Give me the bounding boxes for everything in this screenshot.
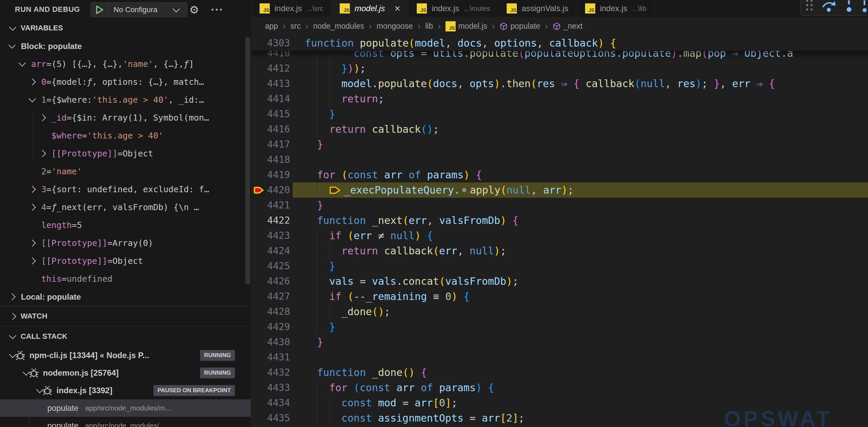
inline-breakpoint-dot[interactable] [462,188,466,192]
code-line-4432[interactable]: 4432function _done() { [251,365,868,380]
glyph-margin[interactable] [251,350,267,365]
code-line-4303[interactable]: 4303function populate(model, docs, optio… [251,35,616,51]
close-icon[interactable]: × [394,3,401,14]
glyph-margin[interactable] [251,274,267,289]
callstack-section-header[interactable]: CALL STACK [0,326,251,347]
code-line-4421[interactable]: 4421} [251,198,868,213]
tab-indexjs-0[interactable]: JSindex.js...\src [251,0,332,17]
code-line-4431[interactable]: 4431 [251,350,868,365]
variable-row[interactable]: 1 = {$where: 'this.age > 40', _id:… [0,91,251,109]
glyph-margin[interactable] [251,91,267,106]
code-line-4429[interactable]: 4429} [251,319,868,334]
variable-row[interactable]: 2 = 'name' [0,162,251,180]
glyph-margin[interactable] [251,152,267,167]
breadcrumb-item-app[interactable]: app [265,22,278,31]
code-line-4424[interactable]: 4424return callback(err, null); [251,243,868,258]
variable-row[interactable]: this = undefined [0,270,251,288]
glyph-margin[interactable] [251,304,267,319]
glyph-margin[interactable] [251,380,267,395]
glyph-margin[interactable] [251,137,267,152]
step-over-icon[interactable] [821,0,837,12]
debug-toolbar[interactable] [800,0,868,16]
variable-row[interactable]: [[Prototype]] = Object [0,145,251,162]
settings-gear-icon[interactable]: ⚙ [189,3,199,16]
code-line-4415[interactable]: 4415} [251,106,868,122]
breadcrumb-item-src[interactable]: src [290,22,301,31]
variable-row[interactable]: $where = 'this.age > 40' [0,127,251,145]
glyph-margin[interactable] [251,106,267,122]
glyph-margin[interactable] [251,61,267,76]
glyph-margin[interactable] [251,35,267,51]
code-editor[interactable]: 4410const opts = utils.populate(populate… [251,35,868,427]
glyph-margin[interactable] [251,334,267,350]
variables-section-header[interactable]: VARIABLES [0,19,251,37]
variable-row[interactable]: _id = {$in: Array(1), Symbol(mon… [0,109,251,127]
code-line-4430[interactable]: 4430} [251,334,868,350]
code-line-4419[interactable]: 4419for (const arr of params) { [251,167,868,182]
callstack-session-row-0[interactable]: npm-cli.js [13344] « Node.js P...RUNNING [0,347,251,364]
step-into-icon[interactable] [846,0,852,12]
callstack-session-row-1[interactable]: nodemon.js [25764]RUNNING [0,364,251,382]
start-debug-button[interactable] [91,3,109,17]
variable-row[interactable]: [[Prototype]] = Array(0) [0,234,251,252]
code-line-4423[interactable]: 4423if (err ≠ null) { [251,228,868,243]
callstack-frame-row-1[interactable]: populateapp/src/node_modules/ [0,417,251,427]
sidebar-scrollbar[interactable] [245,37,250,284]
breadcrumb-item-mongoose[interactable]: mongoose [377,22,413,31]
code-line-4422[interactable]: 4422function _next(err, valsFromDb) { [251,213,868,228]
glyph-margin[interactable] [251,258,267,274]
variable-row[interactable]: 3 = {sort: undefined, excludeId: f… [0,180,251,198]
debug-config-dropdown[interactable]: No Configura [91,2,187,17]
code-line-4425[interactable]: 4425} [251,258,868,274]
callstack-frame-row-0[interactable]: populateapp/src/node_modules/m... [0,399,251,417]
glyph-margin[interactable] [251,76,267,91]
glyph-margin[interactable] [251,167,267,182]
tab-indexjs-2[interactable]: JSindex.js...\routes [409,0,499,17]
code-line-4428[interactable]: 4428_done(); [251,304,868,319]
variable-scope-row[interactable]: Local: populate [0,288,251,306]
glyph-margin[interactable] [251,395,267,410]
tab-modeljs-1[interactable]: JSmodel.js× [332,0,409,17]
callstack-session-row-2[interactable]: index.js [3392]PAUSED ON BREAKPOINT [0,382,251,399]
watch-section-header[interactable]: WATCH [0,306,251,326]
breadcrumb-item-populate[interactable]: populate [500,22,540,31]
code-line-4420[interactable]: 4420_execPopulateQuery.apply(null, arr); [251,182,868,198]
variable-row[interactable]: 0 = {model: ƒ, options: {…}, match… [0,73,251,91]
glyph-margin[interactable] [251,289,267,304]
glyph-margin[interactable] [251,198,267,213]
breadcrumb-item-node_modules[interactable]: node_modules [313,22,364,31]
breadcrumb-item-lib[interactable]: lib [425,22,433,31]
js-file-icon: JS [260,3,270,14]
glyph-margin[interactable] [251,319,267,334]
step-out-icon[interactable] [861,0,868,12]
code-line-4416[interactable]: 4416return callback(); [251,122,868,137]
glyph-margin[interactable] [251,228,267,243]
glyph-margin[interactable] [251,243,267,258]
code-token: ( [439,274,445,289]
breadcrumb-item-_next[interactable]: _next [553,22,582,31]
code-line-4426[interactable]: 4426vals = vals.concat(valsFromDb); [251,274,868,289]
code-line-4413[interactable]: 4413model.populate(docs, opts).then(res … [251,76,868,91]
variable-row[interactable]: length = 5 [0,216,251,234]
code-line-4417[interactable]: 4417} [251,137,868,152]
code-line-4433[interactable]: 4433for (const arr of params) { [251,380,868,395]
code-line-4418[interactable]: 4418 [251,152,868,167]
code-line-4414[interactable]: 4414return; [251,91,868,106]
glyph-margin[interactable] [251,213,267,228]
sticky-scroll-line[interactable]: 4303function populate(model, docs, optio… [251,35,868,51]
glyph-margin[interactable] [251,122,267,137]
variable-scope-row[interactable]: Block: populate [0,37,251,55]
code-line-4412[interactable]: 4412})); [251,61,868,76]
variable-row[interactable]: arr = (5) [{…}, {…}, 'name', {…}, ƒ] [0,55,251,73]
tab-indexjs-4[interactable]: JSindex.js...\lib [577,0,655,17]
variable-row[interactable]: 4 = ƒ _next(err, valsFromDb) {\n … [0,198,251,216]
more-actions-icon[interactable]: ··· [211,3,224,16]
variable-row[interactable]: [[Prototype]] = Object [0,252,251,270]
glyph-margin[interactable] [251,410,267,426]
code-line-4427[interactable]: 4427if (--_remaining ≡ 0) { [251,289,868,304]
breadcrumb-item-modeljs[interactable]: JSmodel.js [445,21,487,31]
toolbar-drag-handle-icon[interactable] [806,0,813,10]
tab-assignValsjs-3[interactable]: JSassignVals.js [499,0,577,17]
breakpoint-paused-icon[interactable] [251,182,267,198]
glyph-margin[interactable] [251,365,267,380]
